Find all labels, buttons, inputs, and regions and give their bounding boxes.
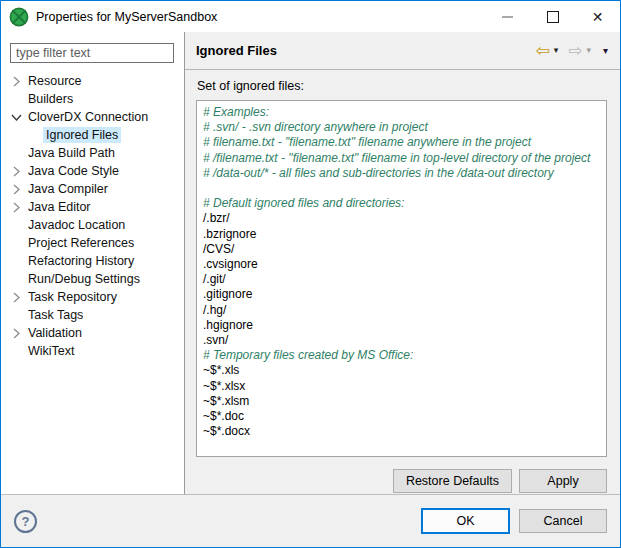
ignored-file-line: ~$*.xlsm	[203, 394, 600, 409]
tree-item-label: Resource	[25, 73, 85, 89]
ignored-file-line: .svn/	[203, 333, 600, 348]
tree-item[interactable]: Java Code Style	[1, 162, 184, 180]
close-icon: ✕	[592, 9, 604, 25]
ok-button[interactable]: OK	[421, 508, 510, 534]
ignored-file-line	[203, 181, 600, 196]
ignored-file-line: /.hg/	[203, 303, 600, 318]
ignored-file-line: /.git/	[203, 272, 600, 287]
tree-item[interactable]: Javadoc Location	[1, 216, 184, 234]
ignored-file-line: .bzrignore	[203, 227, 600, 242]
ignored-file-line: # Default ignored files and directories:	[203, 196, 600, 211]
ignored-file-line: .hgignore	[203, 318, 600, 333]
window-title: Properties for MyServerSandbox	[36, 10, 217, 24]
footer-buttons: OK Cancel	[421, 508, 607, 534]
help-button[interactable]: ?	[14, 510, 37, 533]
tree-item[interactable]: WikiText	[1, 342, 184, 360]
ignored-file-line: /.bzr/	[203, 211, 600, 226]
ignored-file-line: ~$*.xls	[203, 363, 600, 378]
panel-body: Set of ignored files: # Examples:# .svn/…	[185, 70, 620, 494]
ignored-file-line: # Temporary files created by MS Office:	[203, 348, 600, 363]
page-title: Ignored Files	[196, 43, 277, 58]
filter-input[interactable]	[10, 43, 174, 63]
maximize-icon	[547, 11, 559, 23]
tree-item[interactable]: Refactoring History	[1, 252, 184, 270]
tree-item[interactable]: Java Editor	[1, 198, 184, 216]
tree-item-label: CloverDX Connection	[25, 109, 151, 125]
forward-arrow-icon[interactable]: ⇨	[568, 42, 582, 59]
caption-buttons: ✕	[485, 1, 620, 32]
back-arrow-icon[interactable]: ⇦	[535, 42, 549, 59]
panel-header: Ignored Files ⇦ ▾ ⇨ ▾ ▾	[185, 32, 620, 70]
minimize-button[interactable]	[485, 1, 530, 32]
tree-item[interactable]: Resource	[1, 72, 184, 90]
tree-item-label: Java Build Path	[25, 145, 118, 161]
tree-item-label: WikiText	[25, 343, 78, 359]
tree-item[interactable]: Ignored Files	[1, 126, 184, 144]
maximize-button[interactable]	[530, 1, 575, 32]
tree-item-label: Run/Debug Settings	[25, 271, 143, 287]
tree-item[interactable]: Builders	[1, 90, 184, 108]
tree-item-label: Task Tags	[25, 307, 86, 323]
cloverdx-logo-icon	[9, 7, 29, 27]
tree-expander-icon[interactable]	[7, 184, 25, 195]
tree-item[interactable]: Java Build Path	[1, 144, 184, 162]
tree-item-label: Java Compiler	[25, 181, 111, 197]
back-history-caret-icon[interactable]: ▾	[554, 46, 559, 55]
tree-item-label: Java Code Style	[25, 163, 122, 179]
tree-item-label: Validation	[25, 325, 85, 341]
ignored-file-line: ~$*.docx	[203, 424, 600, 439]
ignored-file-line: # .svn/ - .svn directory anywhere in pro…	[203, 120, 600, 135]
panel-buttons: Restore Defaults Apply	[196, 469, 607, 493]
dialog-body: Resource Builders CloverDX Connection	[1, 32, 620, 494]
tree-item-label: Java Editor	[25, 199, 94, 215]
properties-dialog: Properties for MyServerSandbox ✕ Resourc…	[0, 0, 621, 548]
help-icon: ?	[22, 514, 30, 529]
tree-item[interactable]: CloverDX Connection	[1, 108, 184, 126]
tree-expander-icon[interactable]	[7, 166, 25, 177]
view-menu-caret-icon[interactable]: ▾	[603, 46, 608, 56]
footer: ? OK Cancel	[1, 494, 620, 547]
restore-defaults-button[interactable]: Restore Defaults	[393, 469, 512, 493]
ignored-file-line: # /data-out/* - all files and sub-direct…	[203, 166, 600, 181]
ignored-files-panel: Ignored Files ⇦ ▾ ⇨ ▾ ▾ Set of ignored f…	[185, 32, 620, 494]
properties-tree: Resource Builders CloverDX Connection	[1, 68, 184, 360]
header-toolbar: ⇦ ▾ ⇨ ▾ ▾	[535, 42, 608, 59]
tree-item-label: Builders	[25, 91, 76, 107]
tree-item[interactable]: Java Compiler	[1, 180, 184, 198]
tree-expander-icon[interactable]	[7, 328, 25, 339]
tree-expander-icon[interactable]	[7, 292, 25, 303]
tree-expander-icon[interactable]	[7, 202, 25, 213]
close-button[interactable]: ✕	[575, 1, 620, 32]
tree-item-label: Refactoring History	[25, 253, 137, 269]
minimize-icon	[502, 16, 513, 18]
tree-item[interactable]: Task Repository	[1, 288, 184, 306]
tree-item-label: Task Repository	[25, 289, 120, 305]
ignored-file-line: /CVS/	[203, 242, 600, 257]
tree-item[interactable]: Task Tags	[1, 306, 184, 324]
tree-item-label: Javadoc Location	[25, 217, 128, 233]
tree-item-label: Ignored Files	[43, 127, 121, 143]
ignored-file-line: # Examples:	[203, 105, 600, 120]
ignored-file-line: # filename.txt - "filename.txt" filename…	[203, 135, 600, 150]
ignored-files-textarea[interactable]: # Examples:# .svn/ - .svn directory anyw…	[196, 100, 607, 457]
tree-expander-icon[interactable]	[7, 114, 25, 121]
ignored-file-line: .gitignore	[203, 287, 600, 302]
titlebar: Properties for MyServerSandbox ✕	[1, 1, 620, 32]
tree-expander-icon[interactable]	[7, 76, 25, 87]
ignored-file-line: .cvsignore	[203, 257, 600, 272]
ignored-file-line: ~$*.xlsx	[203, 379, 600, 394]
ignored-file-line: # /filename.txt - "filename.txt" filenam…	[203, 151, 600, 166]
apply-button[interactable]: Apply	[519, 469, 607, 493]
forward-history-caret-icon[interactable]: ▾	[586, 46, 591, 55]
tree-item[interactable]: Validation	[1, 324, 184, 342]
sidebar: Resource Builders CloverDX Connection	[1, 32, 185, 494]
tree-item[interactable]: Project References	[1, 234, 184, 252]
cancel-button[interactable]: Cancel	[519, 509, 607, 533]
tree-item[interactable]: Run/Debug Settings	[1, 270, 184, 288]
ignored-file-line: ~$*.doc	[203, 409, 600, 424]
section-label: Set of ignored files:	[197, 79, 607, 93]
tree-item-label: Project References	[25, 235, 137, 251]
